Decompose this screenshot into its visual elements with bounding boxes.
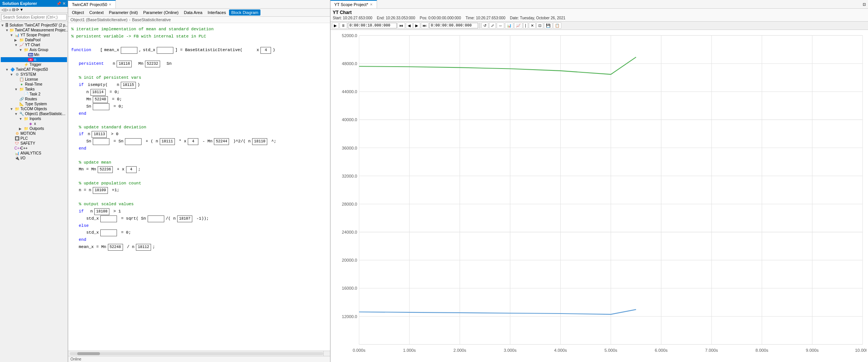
- menu-object[interactable]: Object: [70, 9, 86, 16]
- reset-button[interactable]: ↺: [482, 22, 488, 29]
- editor-tab-active[interactable]: TwinCAT Project50 ✕: [68, 0, 116, 8]
- svg-text:4.000s: 4.000s: [554, 348, 567, 353]
- scope-tab[interactable]: YT Scope Project* ✕: [330, 0, 377, 8]
- n-18107-box[interactable]: 18107: [177, 215, 192, 222]
- tree-mn[interactable]: ▶ Mn Mn: [1, 52, 67, 57]
- std-x-box[interactable]: [157, 47, 173, 54]
- tree-datapool[interactable]: ▶ 📁 DataPool: [1, 37, 67, 42]
- tree-system[interactable]: ▼ ⚙ SYSTEM: [1, 72, 67, 77]
- refresh-icon[interactable]: ⟳: [16, 8, 19, 12]
- tree-analytics[interactable]: ▶ 📊 ANALYTICS: [1, 151, 67, 156]
- tree-yt-scope[interactable]: ▼ 📊 YT Scope Project: [1, 33, 67, 37]
- sn-box[interactable]: [93, 103, 109, 110]
- stdx-zero-box[interactable]: [100, 229, 117, 236]
- tree-safety[interactable]: ▶ 🛡 SAFETY: [1, 141, 67, 146]
- chart-btn7[interactable]: 📋: [553, 22, 561, 29]
- tree-realtime[interactable]: ▶ ● Real-Time: [1, 82, 67, 87]
- menu-block-diagram[interactable]: Block Diagram: [229, 9, 261, 16]
- tree-twincat50[interactable]: ▼ 🔷 TwinCAT Project50: [1, 67, 67, 72]
- tree-outports[interactable]: ▶ 📁 Outports: [1, 126, 67, 131]
- sn-box2[interactable]: [93, 138, 109, 145]
- tree-plc[interactable]: ▶ 🔲 PLC: [1, 136, 67, 141]
- pause-button[interactable]: ⏸: [340, 22, 347, 29]
- sn-box3[interactable]: [125, 138, 142, 145]
- tree-task2[interactable]: ▶ 📄 Task 2: [1, 92, 67, 97]
- tree-motion[interactable]: ▶ ⚙ MOTION: [1, 131, 67, 136]
- mn-52244-box[interactable]: 52244: [214, 138, 229, 145]
- n-18116-box[interactable]: 18116: [117, 61, 132, 67]
- chart-btn6[interactable]: 💾: [544, 22, 552, 29]
- filter-icon[interactable]: ▼: [20, 8, 23, 12]
- tree-tccom[interactable]: ▼ 📁 TcCOM Objects: [1, 106, 67, 111]
- n-18110-box[interactable]: 18110: [252, 138, 267, 145]
- tree-yt-chart[interactable]: ▼ 📈 YT Chart: [1, 42, 67, 47]
- n-18111-box[interactable]: 18111: [160, 138, 175, 145]
- scope-maximize[interactable]: ⊡: [863, 2, 868, 6]
- sn-box4[interactable]: [148, 215, 164, 222]
- tree-trigger[interactable]: ▶ ⚡ Trigger: [1, 62, 67, 67]
- search-box[interactable]: [0, 13, 68, 22]
- time-to-input[interactable]: [429, 23, 478, 28]
- tree-measurement[interactable]: ▼ 📁 TwinCAT Measurement Projec...: [1, 28, 67, 33]
- time-from-input[interactable]: [348, 23, 397, 28]
- mn-52236-box[interactable]: 52236: [98, 166, 113, 173]
- n-18114-box[interactable]: 18114: [90, 89, 106, 96]
- tree-typesystem[interactable]: ▶ 📐 Type System: [1, 101, 67, 106]
- chart-btn2[interactable]: 📈: [514, 22, 522, 29]
- menu-data-area[interactable]: Data Area: [182, 9, 205, 16]
- x-4-box[interactable]: 4: [188, 138, 198, 145]
- chart-btn1[interactable]: 📊: [505, 22, 513, 29]
- menu-interfaces[interactable]: Interfaces: [206, 9, 228, 16]
- menu-param-online[interactable]: Parameter (Online): [141, 9, 181, 16]
- skip-end-button[interactable]: ⏭: [421, 22, 429, 29]
- svg-text:40000.0: 40000.0: [342, 117, 357, 122]
- n-icon: n: [28, 58, 33, 61]
- mn-52232-box[interactable]: 52232: [145, 61, 160, 67]
- stdx-box[interactable]: [100, 215, 117, 222]
- play-button[interactable]: ▶: [332, 22, 339, 29]
- x-4b-box[interactable]: 4: [126, 166, 137, 173]
- menu-context[interactable]: Context: [87, 9, 106, 16]
- chart-btn4[interactable]: ✕: [529, 22, 536, 29]
- tree-license[interactable]: ▶ 📋 License: [1, 77, 67, 82]
- search-input[interactable]: [1, 14, 67, 20]
- back-icon[interactable]: ◁: [2, 8, 5, 12]
- n-18112-box[interactable]: 18112: [136, 244, 151, 251]
- tree-io[interactable]: ▶ 🔌 I/O: [1, 156, 67, 161]
- scope-tab-close[interactable]: ✕: [370, 3, 373, 6]
- n-param: n: [109, 82, 119, 89]
- tree-n[interactable]: ▶ n n: [1, 57, 67, 62]
- zoom-button[interactable]: ⤢: [489, 22, 496, 29]
- tree-routes[interactable]: ▶ 🔗 Routes: [1, 97, 67, 101]
- tree-axis-group[interactable]: ▼ 📁 Axis Group: [1, 47, 67, 52]
- tab-close-button[interactable]: ✕: [109, 3, 112, 6]
- forward-icon[interactable]: ▷: [5, 8, 8, 12]
- tree-solution[interactable]: ▼ 🗄 Solution 'TwinCAT Project50' (2 p...: [1, 23, 67, 28]
- zoom-x-button[interactable]: ↔: [497, 22, 504, 29]
- tree-x-inport[interactable]: ▶ ◈ x: [1, 121, 67, 126]
- pin-icon[interactable]: 📌: [56, 2, 61, 6]
- home-icon[interactable]: ⌂: [9, 8, 11, 12]
- skip-start-button[interactable]: ⏮: [397, 22, 405, 29]
- mn-52248-box[interactable]: 52248: [108, 244, 123, 251]
- mean-x-box[interactable]: [121, 47, 137, 54]
- n-18115-box[interactable]: 18115: [121, 82, 136, 89]
- close-icon[interactable]: ✕: [62, 2, 65, 6]
- menu-param-init[interactable]: Parameter (Init): [107, 9, 140, 16]
- collapse-icon[interactable]: ⊟: [12, 8, 15, 12]
- chart-btn3[interactable]: |: [523, 22, 528, 29]
- tree-cpp[interactable]: ▶ C++ C++: [1, 146, 67, 151]
- n-18108-box[interactable]: 18108: [94, 208, 109, 215]
- n-18113-box[interactable]: 18113: [92, 131, 107, 138]
- tree-object1[interactable]: ▼ 🔧 Object1 (BaseStatistic...: [1, 111, 67, 116]
- chart-btn5[interactable]: ⊡: [536, 22, 543, 29]
- x-val-box[interactable]: 4: [260, 47, 271, 54]
- tree-tasks[interactable]: ▼ 📁 Tasks: [1, 87, 67, 92]
- tree-inports[interactable]: ▼ 📁 Inports: [1, 116, 67, 121]
- next-button[interactable]: ▶: [413, 22, 420, 29]
- n-18109-box[interactable]: 18109: [93, 187, 108, 194]
- mn-52240-box[interactable]: 52240: [93, 96, 108, 103]
- h-scrollbar[interactable]: [70, 352, 323, 355]
- prev-button[interactable]: ◀: [406, 22, 413, 29]
- h-scrollbar-thumb[interactable]: [77, 352, 100, 355]
